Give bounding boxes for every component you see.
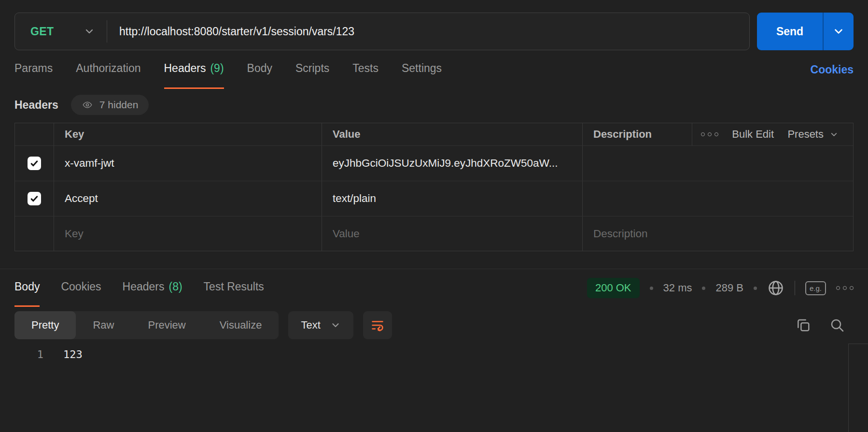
empty-row-checkbox-cell (15, 216, 54, 251)
hidden-headers-toggle[interactable]: 7 hidden (71, 95, 149, 115)
check-icon (29, 194, 39, 203)
view-mode-segmented: Pretty Raw Preview Visualize (14, 311, 279, 339)
empty-row-key-input[interactable]: Key (54, 216, 322, 251)
headers-table: Key Value Description Bulk Edit Presets … (14, 123, 854, 251)
response-tab-headers[interactable]: Headers (8) (123, 269, 182, 307)
tab-authorization[interactable]: Authorization (76, 50, 140, 89)
separator-dot (650, 287, 653, 290)
response-headers-count-badge: (8) (168, 280, 182, 293)
url-input[interactable]: http://localhost:8080/starter/v1/session… (107, 25, 354, 38)
empty-row-value-input[interactable]: Value (322, 216, 582, 251)
row-2-value[interactable]: text/plain (322, 181, 582, 216)
response-more-actions-icon[interactable] (836, 286, 854, 290)
table-actions: Bulk Edit Presets (692, 123, 853, 145)
presets-dropdown[interactable]: Presets (787, 128, 839, 141)
hidden-headers-label: 7 hidden (99, 99, 139, 111)
wrap-lines-button[interactable] (363, 311, 392, 339)
format-label: Text (301, 319, 320, 331)
response-toolbar: Pretty Raw Preview Visualize Text (0, 311, 868, 340)
presets-label: Presets (787, 128, 824, 141)
response-meta: 200 OK 32 ms 289 B e.g. (587, 269, 854, 307)
view-pretty[interactable]: Pretty (14, 311, 76, 339)
column-description: Description (582, 123, 692, 145)
header-row-1: x-vamf-jwt eyJhbGciOiJSUzUxMiJ9.eyJhdXRo… (15, 145, 853, 181)
response-body-editor[interactable]: 1 123 (0, 347, 868, 362)
send-split-button: Send (757, 13, 854, 50)
request-tabs-row: Params Authorization Headers (9) Body Sc… (0, 50, 868, 89)
row-2-checkbox-cell (15, 181, 54, 216)
view-raw[interactable]: Raw (76, 311, 131, 339)
header-row-empty: Key Value Description (15, 216, 853, 251)
status-badge[interactable]: 200 OK (587, 278, 640, 298)
column-key: Key (54, 123, 322, 145)
view-visualize[interactable]: Visualize (203, 311, 279, 339)
chevron-down-icon (829, 130, 839, 139)
tab-scripts[interactable]: Scripts (295, 50, 329, 89)
response-tools (796, 317, 854, 333)
row-1-value[interactable]: eyJhbGciOiJSUzUxMiJ9.eyJhdXRoZW50aW... (322, 146, 582, 181)
response-tab-body[interactable]: Body (14, 269, 40, 307)
view-preview[interactable]: Preview (131, 311, 202, 339)
column-value: Value (322, 123, 582, 145)
row-1-checkbox-cell (15, 146, 54, 181)
format-dropdown[interactable]: Text (288, 311, 353, 339)
tab-headers[interactable]: Headers (9) (164, 50, 224, 89)
headers-editor-title: Headers (14, 99, 58, 112)
send-options-button[interactable] (823, 13, 854, 50)
select-all-cell (15, 123, 54, 145)
response-header-row: Body Cookies Headers (8) Test Results 20… (0, 269, 868, 307)
response-time: 32 ms (663, 282, 692, 294)
row-2-key[interactable]: Accept (54, 181, 322, 216)
separator-dot (754, 287, 757, 290)
wrap-text-icon (370, 318, 385, 332)
line-content: 123 (43, 347, 83, 362)
meta-divider (795, 281, 795, 295)
row-1-key[interactable]: x-vamf-jwt (54, 146, 322, 181)
check-icon (29, 158, 39, 168)
globe-icon[interactable] (767, 279, 784, 297)
row-1-checkbox-checked[interactable] (28, 157, 41, 170)
request-bar: GET http://localhost:8080/starter/v1/ses… (0, 0, 868, 50)
tab-settings[interactable]: Settings (402, 50, 442, 89)
row-2-checkbox-checked[interactable] (28, 192, 41, 205)
search-icon[interactable] (829, 317, 845, 333)
row-2-description[interactable] (582, 181, 853, 216)
response-tabs: Body Cookies Headers (8) Test Results (14, 269, 264, 307)
more-actions-icon[interactable] (701, 132, 718, 136)
tab-tests[interactable]: Tests (352, 50, 378, 89)
method-label: GET (30, 25, 54, 38)
request-tabs: Params Authorization Headers (9) Body Sc… (14, 50, 442, 89)
example-save-button[interactable]: e.g. (805, 281, 826, 295)
url-box: GET http://localhost:8080/starter/v1/ses… (14, 13, 750, 50)
tab-body[interactable]: Body (247, 50, 272, 89)
headers-editor-header: Headers 7 hidden (0, 89, 868, 121)
tab-params[interactable]: Params (14, 50, 53, 89)
eye-icon (82, 100, 93, 110)
send-button[interactable]: Send (757, 13, 823, 50)
chevron-down-icon (84, 26, 95, 37)
bulk-edit-button[interactable]: Bulk Edit (732, 128, 774, 141)
response-size: 289 B (715, 282, 743, 294)
empty-row-description-input[interactable]: Description (582, 216, 853, 251)
row-1-description[interactable] (582, 146, 853, 181)
response-tab-test-results[interactable]: Test Results (204, 269, 264, 307)
headers-count-badge: (9) (210, 62, 224, 75)
response-tab-cookies[interactable]: Cookies (61, 269, 101, 307)
separator-dot (702, 287, 705, 290)
headers-table-header: Key Value Description Bulk Edit Presets (15, 123, 853, 145)
method-dropdown[interactable]: GET (15, 13, 107, 50)
header-row-2: Accept text/plain (15, 181, 853, 216)
copy-icon[interactable] (796, 317, 811, 333)
cookies-link[interactable]: Cookies (811, 50, 854, 89)
chevron-down-icon (330, 320, 341, 331)
line-number: 1 (0, 347, 43, 362)
scrollbar-track[interactable] (848, 344, 868, 432)
chevron-down-icon (832, 25, 845, 38)
